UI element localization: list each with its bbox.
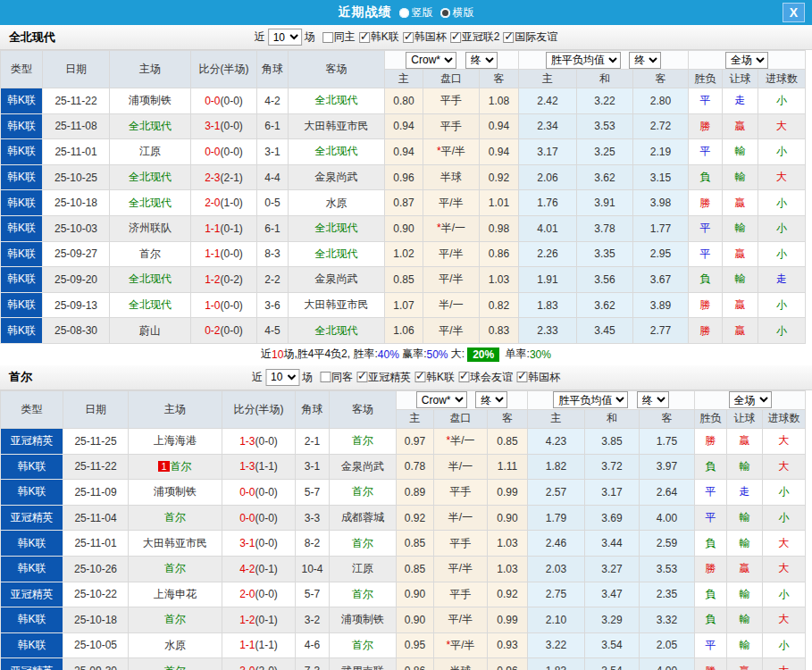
date-cell: 25-11-01 bbox=[63, 531, 129, 557]
league-checkbox[interactable] bbox=[516, 372, 527, 382]
away-team-cell: 首尔 bbox=[330, 428, 397, 454]
layout-vertical-option[interactable]: 竖版 bbox=[399, 5, 433, 21]
fulltime-score: 1-1 bbox=[205, 247, 220, 260]
games-count-select[interactable]: 10 bbox=[268, 29, 302, 46]
home-team-cell: 江原 bbox=[110, 139, 191, 165]
avg-select-group: 胜平负均值 终 bbox=[528, 390, 695, 409]
result-cell: 負 bbox=[695, 582, 727, 607]
match-table-seoul: 类型 日期 主场 比分(半场) 角球 客场 Crow* 终 胜平负均值 终 全场… bbox=[0, 390, 806, 670]
handicap-home-odds-cell: 0.85 bbox=[397, 531, 434, 557]
same-venue-label: 同客 bbox=[331, 370, 353, 385]
avg-time-select[interactable]: 终 bbox=[629, 52, 661, 69]
result-cell: 勝 bbox=[689, 113, 723, 139]
col-header-avg-away: 客 bbox=[640, 409, 695, 428]
fulltime-score: 1-1 bbox=[239, 639, 255, 651]
league-checkbox[interactable] bbox=[359, 32, 370, 43]
handicap-home-odds-cell: 1.06 bbox=[385, 318, 423, 344]
same-venue-option[interactable]: 同客 bbox=[320, 370, 353, 385]
home-team-name: 蔚山 bbox=[139, 324, 161, 337]
league-option[interactable]: 韩K联 bbox=[414, 370, 455, 385]
summary-segment: 50% bbox=[426, 348, 448, 361]
handicap-time-select[interactable]: 终 bbox=[465, 52, 498, 69]
vertical-radio[interactable] bbox=[399, 8, 409, 18]
date-cell: 25-11-22 bbox=[63, 454, 129, 480]
handicap-result-cell: 贏 bbox=[723, 292, 758, 318]
date-cell: 25-10-26 bbox=[63, 556, 129, 582]
date-cell: 25-10-05 bbox=[63, 632, 129, 658]
league-checkbox[interactable] bbox=[450, 32, 461, 43]
away-team-cell: 金泉尚武 bbox=[330, 454, 397, 480]
handicap-line: 半/一 bbox=[448, 460, 473, 473]
result-cell: 勝 bbox=[689, 318, 723, 344]
result-cell: 負 bbox=[689, 267, 723, 293]
type-cell: 韩K联 bbox=[1, 164, 43, 190]
league-option[interactable]: 国际友谊 bbox=[503, 29, 557, 45]
match-row: 韩K联 25-10-18 首尔 1-2(0-1) 3-2 浦项制铁 0.90 平… bbox=[1, 607, 806, 633]
avg-select[interactable]: 胜平负均值 bbox=[553, 391, 628, 408]
corner-cell: 3-1 bbox=[296, 454, 330, 480]
avg-draw-odds-cell: 3.25 bbox=[577, 139, 633, 165]
bookmaker-select[interactable]: Crow* bbox=[406, 52, 456, 69]
avg-home-odds-cell: 4.23 bbox=[528, 428, 585, 454]
league-option[interactable]: 韩国杯 bbox=[516, 370, 560, 385]
halftime-score: (0-0) bbox=[221, 120, 243, 132]
league-checkbox[interactable] bbox=[403, 32, 414, 43]
league-option[interactable]: 韩K联 bbox=[359, 29, 399, 45]
league-checkbox[interactable] bbox=[458, 372, 469, 382]
handicap-away-odds-cell: 1.03 bbox=[488, 556, 528, 582]
scope-select[interactable]: 全场 bbox=[729, 391, 772, 408]
match-row: 亚冠精英 25-09-30 首尔 3-0(2-0) 7-3 武里南联 0.86 … bbox=[1, 658, 806, 670]
same-venue-checkbox[interactable] bbox=[322, 32, 333, 43]
away-team-cell: 全北现代 bbox=[289, 88, 385, 114]
handicap-line-cell: 半/一 bbox=[423, 292, 480, 318]
layout-horizontal-option[interactable]: 横版 bbox=[440, 5, 474, 21]
summary-segment: 近 bbox=[261, 347, 272, 362]
close-button[interactable]: X bbox=[783, 3, 805, 22]
avg-draw-odds-cell: 3.69 bbox=[585, 505, 640, 531]
corner-cell: 4-5 bbox=[257, 318, 289, 344]
away-team-name: 江原 bbox=[352, 562, 373, 574]
horizontal-radio[interactable] bbox=[440, 8, 450, 18]
fulltime-score: 1-3 bbox=[239, 460, 255, 473]
fulltime-score: 1-2 bbox=[205, 273, 220, 286]
league-option[interactable]: 韩国杯 bbox=[403, 29, 447, 45]
corner-cell: 8-2 bbox=[296, 531, 330, 557]
away-team-name: 金泉尚武 bbox=[315, 272, 358, 285]
handicap-time-select[interactable]: 终 bbox=[475, 391, 507, 408]
scope-select[interactable]: 全场 bbox=[725, 52, 768, 69]
match-row: 韩K联 25-10-25 全北现代 2-3(2-1) 4-4 金泉尚武 0.96… bbox=[1, 164, 806, 190]
handicap-line-cell: 平手 bbox=[423, 113, 480, 139]
corner-cell: 10-4 bbox=[296, 556, 330, 582]
result-cell: 負 bbox=[695, 607, 727, 633]
handicap-line-cell: *半/一 bbox=[423, 215, 480, 241]
bookmaker-select[interactable]: Crow* bbox=[416, 391, 467, 408]
avg-select[interactable]: 胜平负均值 bbox=[546, 52, 621, 69]
league-option[interactable]: 亚冠精英 bbox=[356, 370, 411, 385]
games-count-select[interactable]: 10 bbox=[265, 369, 299, 386]
league-label: 韩国杯 bbox=[414, 29, 447, 45]
same-venue-checkbox[interactable] bbox=[320, 372, 331, 382]
handicap-result-cell: 輸 bbox=[727, 531, 763, 557]
league-checkbox[interactable] bbox=[503, 32, 514, 43]
titlebar: 近期战绩 竖版 横版 X bbox=[0, 0, 812, 25]
filter-bar-jeonbuk: 近 10 场 同主 韩K联 韩国杯 亚冠联2 国际友谊 bbox=[255, 29, 558, 46]
col-header-away: 客场 bbox=[330, 390, 397, 428]
goals-result-cell: 大 bbox=[758, 164, 806, 190]
league-option[interactable]: 亚冠联2 bbox=[450, 29, 500, 45]
league-checkbox[interactable] bbox=[356, 372, 367, 382]
match-row: 韩K联 25-11-09 浦项制铁 0-0(0-0) 5-7 首尔 0.89 平… bbox=[1, 480, 806, 506]
handicap-line: 半/一 bbox=[441, 222, 465, 234]
avg-away-odds-cell: 1.77 bbox=[633, 215, 689, 241]
same-venue-option[interactable]: 同主 bbox=[322, 29, 356, 45]
horizontal-radio-label: 横版 bbox=[453, 5, 474, 21]
corner-cell: 3-3 bbox=[296, 505, 330, 531]
result-cell: 勝 bbox=[695, 556, 727, 582]
col-header-handicap-result: 让球 bbox=[723, 70, 758, 88]
league-label: 国际友谊 bbox=[515, 29, 557, 45]
away-team-cell: 首尔 bbox=[330, 480, 397, 506]
league-checkbox[interactable] bbox=[414, 372, 425, 382]
league-option[interactable]: 球会友谊 bbox=[458, 370, 513, 385]
same-venue-label: 同主 bbox=[334, 29, 356, 45]
avg-time-select[interactable]: 终 bbox=[637, 391, 669, 408]
halftime-score: (0-0) bbox=[255, 486, 278, 498]
